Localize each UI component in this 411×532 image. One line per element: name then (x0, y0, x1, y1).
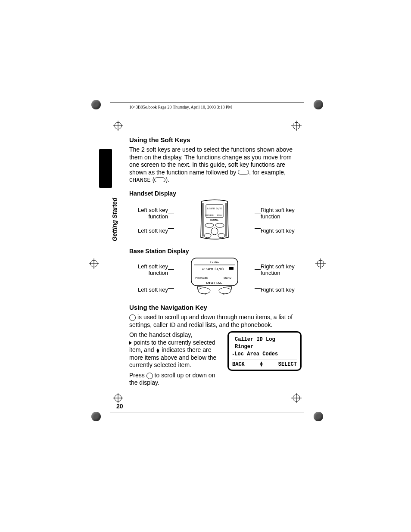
screen-time: 4:54PM 04/03 (202, 268, 224, 271)
base-illustration: 2.4 GHz 4:54PM 04/03 PHONEBK MENU DIGITA… (189, 256, 240, 299)
crop-line (110, 103, 304, 103)
text: On the handset display, (129, 331, 192, 338)
nav-key-icon (129, 314, 136, 321)
registration-ball (314, 412, 323, 421)
heading-nav-key: Using the Navigation Key (129, 304, 302, 311)
para-nav-2: On the handset display, points to the cu… (129, 331, 221, 387)
menu-item-selected: ▸Loc Area Codes (232, 351, 297, 358)
sample-menu-screen: Caller ID Log Ringer ▸Loc Area Codes BAC… (227, 331, 302, 371)
registration-ball (91, 412, 101, 421)
soft-left: BACK (232, 361, 245, 368)
nav-key-icon (146, 373, 153, 379)
section-side-label: Getting Started (111, 198, 118, 241)
label-left-key: Left soft key (129, 227, 168, 234)
softkey-icon (154, 177, 165, 182)
svg-point-22 (204, 233, 211, 238)
heading-soft-keys: Using the Soft Keys (129, 136, 302, 143)
soft-right: SELECT (278, 361, 297, 368)
screen-right: MENU (224, 277, 231, 279)
registration-mark (89, 258, 99, 269)
para-soft-keys: The 2 soft keys are used to select the f… (129, 146, 302, 184)
crop-line (110, 413, 304, 413)
label-left-fn: Left soft key function (129, 263, 168, 276)
svg-point-23 (218, 233, 225, 238)
svg-rect-30 (229, 267, 234, 270)
screen-brand: DIGITAL (206, 281, 222, 285)
label-left-key: Left soft key (129, 286, 168, 293)
svg-point-31 (198, 288, 210, 294)
label-left-fn: Left soft key function (129, 207, 168, 220)
text: ). (165, 176, 169, 183)
screen-left: PHONEBK (195, 277, 208, 279)
screen-top: 2.4 GHz (209, 261, 219, 264)
page-content: Using the Soft Keys The 2 soft keys are … (129, 109, 302, 387)
screen-right: MENU (217, 214, 222, 216)
text: Press (129, 372, 146, 379)
heading-base-display: Base Station Display (129, 248, 302, 255)
screen-left: PHONEBK (205, 214, 214, 216)
svg-point-21 (211, 228, 218, 235)
handset-illustration: 4:54PM 04/03 PHONEBK MENU DIGITAL (196, 199, 233, 242)
label-right-key: Right soft key (261, 286, 302, 293)
handset-diagram: Left soft key function Left soft key 4:5… (129, 199, 302, 242)
heading-handset-display: Handset Display (129, 190, 302, 197)
registration-mark (315, 258, 326, 269)
label-right-fn: Right soft key function (261, 263, 302, 276)
menu-item: Ringer (232, 343, 297, 351)
text: is used to scroll up and down through me… (129, 314, 293, 328)
text: , for example, (249, 169, 286, 176)
screen-time: 4:54PM 04/03 (206, 207, 222, 210)
registration-ball (91, 100, 101, 109)
updown-icon: ▲▼ (260, 362, 263, 367)
base-diagram: Left soft key function Left soft key 2.4… (129, 256, 302, 299)
para-nav-1: is used to scroll up and down through me… (129, 314, 302, 329)
svg-point-19 (205, 223, 214, 227)
screen-brand: DIGITAL (210, 219, 219, 221)
label-right-key: Right soft key (261, 227, 302, 234)
updown-icon: ▲▼ (156, 348, 160, 353)
registration-ball (314, 100, 323, 109)
page-number: 20 (116, 403, 123, 410)
registration-mark (113, 121, 123, 131)
registration-mark (291, 393, 302, 403)
svg-point-32 (219, 288, 231, 294)
label-right-fn: Right soft key function (261, 207, 302, 220)
softkey-icon (238, 170, 249, 174)
change-label: CHANGE (129, 177, 151, 184)
svg-point-20 (215, 223, 224, 227)
registration-mark (113, 393, 123, 403)
text: ( (151, 176, 155, 183)
menu-item: Caller ID Log (232, 336, 297, 343)
section-tab (99, 149, 112, 188)
